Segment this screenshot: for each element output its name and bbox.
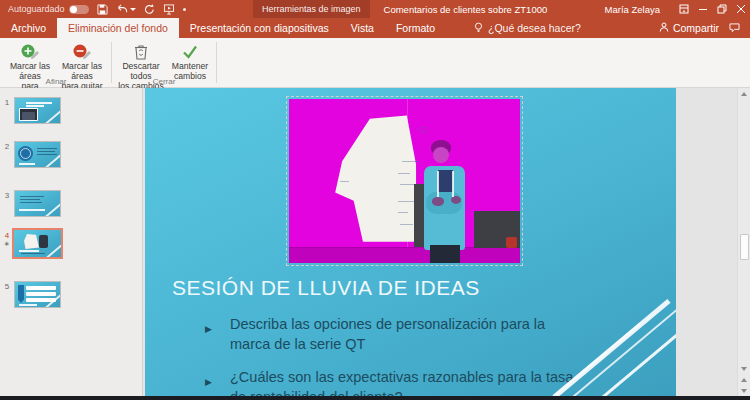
group-label-cerrar: Cerrar xyxy=(113,77,215,86)
undo-icon[interactable] xyxy=(116,4,136,15)
autosave-label: Autoguardado xyxy=(8,4,65,14)
tab-formato[interactable]: Formato xyxy=(385,18,446,38)
title-center: Herramientas de imagen Comentarios de cl… xyxy=(253,0,547,18)
slide-thumbnail-5[interactable]: 5 xyxy=(0,281,61,308)
slide-thumbnail-preview xyxy=(14,141,61,168)
trash-icon xyxy=(115,42,167,61)
restore-icon[interactable] xyxy=(712,0,731,18)
slide-thumbnail-3[interactable]: 3 xyxy=(0,190,61,217)
previous-slide-icon[interactable] xyxy=(738,374,750,385)
slide-editing-area[interactable]: SESIÓN DE LLUVIA DE IDEAS ▶ Describa las… xyxy=(145,88,676,396)
slide-thumbnail-panel: 1 2 xyxy=(0,88,143,396)
status-bar-strip xyxy=(0,396,750,400)
scroll-up-icon[interactable] xyxy=(738,88,750,99)
group-label-afinar: Afinar xyxy=(2,77,110,86)
scrollbar-thumb[interactable] xyxy=(740,234,749,260)
check-icon xyxy=(167,42,213,61)
tell-me-label: ¿Qué desea hacer? xyxy=(488,22,581,34)
slide-thumbnail-preview xyxy=(14,190,61,217)
tab-presentacion-con-diapositivas[interactable]: Presentación con diapositivas xyxy=(179,18,340,38)
share-label: Compartir xyxy=(673,22,719,34)
comment-icon[interactable] xyxy=(729,19,740,37)
title-right: María Zelaya xyxy=(605,0,750,18)
slide-thumbnail-preview xyxy=(14,97,61,124)
ribbon-group-cerrar: Descartar todos los cambios Mantener cam… xyxy=(113,38,215,87)
autosave-toggle[interactable]: Autoguardado xyxy=(8,4,89,14)
slide-thumbnail-preview xyxy=(14,281,61,308)
slide-canvas: SESIÓN DE LLUVIA DE IDEAS ▶ Describa las… xyxy=(143,88,737,396)
person-icon xyxy=(659,22,669,34)
ribbon-group-afinar: Marcar las áreas para mantener Marcar la… xyxy=(2,38,110,87)
close-icon[interactable] xyxy=(731,0,750,18)
tab-archivo[interactable]: Archivo xyxy=(0,18,57,38)
vertical-scrollbar[interactable] xyxy=(737,88,750,396)
workspace: 1 2 xyxy=(0,88,750,396)
slide-number: 3 xyxy=(0,190,14,217)
chair-red-detail xyxy=(506,237,516,248)
slide-thumbnail-preview xyxy=(12,228,63,259)
slide-thumbnail-1[interactable]: 1 xyxy=(0,97,61,124)
minus-pencil-icon xyxy=(56,42,108,61)
tell-me-box[interactable]: ¿Qué desea hacer? xyxy=(474,18,581,38)
tab-eliminacion-del-fondo[interactable]: Eliminación del fondo xyxy=(57,18,179,38)
ribbon-separator xyxy=(216,42,217,83)
undo-dropdown-icon[interactable] xyxy=(130,8,136,11)
slide-decorative-stripes xyxy=(526,226,676,396)
slide-number: 5 xyxy=(0,281,14,308)
ribbon-tab-bar: Archivo Eliminación del fondo Presentaci… xyxy=(0,18,750,38)
document-title: Comentarios de clientes sobre ZT1000 xyxy=(384,4,548,15)
slide-thumbnail-4-selected[interactable]: 4 ∗ xyxy=(0,230,63,259)
qat-customize-icon[interactable] xyxy=(183,8,186,11)
next-slide-icon[interactable] xyxy=(738,385,750,396)
bullet-marker-icon: ▶ xyxy=(205,319,212,339)
minimize-icon[interactable] xyxy=(693,0,712,18)
title-bar: Autoguardado Herramientas de imagen Come… xyxy=(0,0,750,18)
ribbon-options-icon[interactable] xyxy=(674,0,693,18)
ribbon-separator xyxy=(111,42,112,83)
keep-changes-button[interactable]: Mantener cambios xyxy=(167,40,213,81)
contextual-tab-group-label: Herramientas de imagen xyxy=(253,0,370,18)
bullet-marker-icon: ▶ xyxy=(205,372,212,392)
person-pants xyxy=(430,245,460,263)
person-face xyxy=(433,147,449,163)
quick-access-toolbar: Autoguardado xyxy=(0,0,186,18)
save-icon[interactable] xyxy=(97,4,108,15)
slide-thumbnail-2[interactable]: 2 xyxy=(0,141,61,168)
scroll-down-icon[interactable] xyxy=(738,363,750,374)
selected-picture-background-removal[interactable] xyxy=(289,99,520,263)
slide-title[interactable]: SESIÓN DE LLUVIA DE IDEAS xyxy=(172,276,480,300)
share-button[interactable]: Compartir xyxy=(659,22,719,34)
plus-pencil-icon xyxy=(4,42,56,61)
slide-number: 2 xyxy=(0,141,14,168)
autosave-switch-icon[interactable] xyxy=(69,5,89,14)
powerpoint-window: Autoguardado Herramientas de imagen Come… xyxy=(0,0,750,400)
redo-icon[interactable] xyxy=(144,4,155,15)
tab-vista[interactable]: Vista xyxy=(340,18,385,38)
lightbulb-icon xyxy=(474,22,483,35)
ribbon: Marcar las áreas para mantener Marcar la… xyxy=(0,38,750,88)
slide-number: 1 xyxy=(0,97,14,124)
account-user-name[interactable]: María Zelaya xyxy=(605,4,660,15)
slideshow-icon[interactable] xyxy=(163,4,175,15)
tabrow-right: Compartir xyxy=(659,18,750,38)
